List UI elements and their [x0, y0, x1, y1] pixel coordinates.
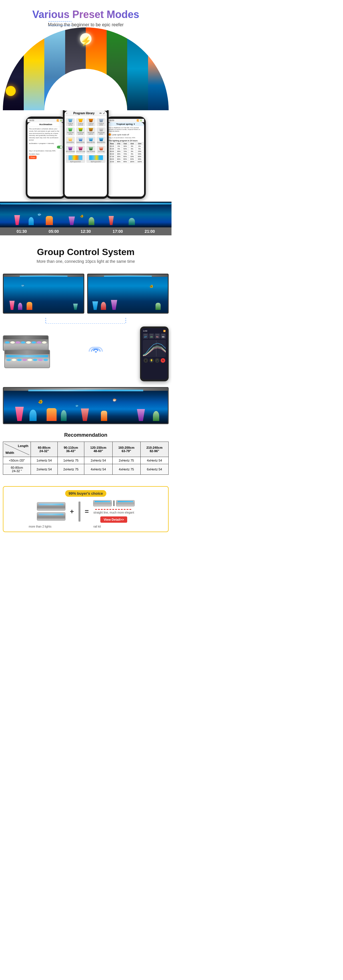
ctrl-icon-1[interactable]: 🌡: [144, 358, 148, 363]
tropical-spring-icon[interactable]: Tropical spring: [66, 118, 75, 126]
ctrl-chart: [143, 340, 166, 357]
cell-r2c1: 2xHertz 54: [31, 464, 58, 475]
aquarium-strip-section: 🐟 🐠 01:30 05:00 12:30 17:00 21:00: [0, 202, 171, 235]
ctrl-ch2[interactable]: Ch2 39: [149, 333, 154, 339]
ctrl-ch1[interactable]: Ch1 27: [143, 333, 148, 339]
special-row: SPS dominant LPS Soft coral Fish & plant…: [66, 146, 106, 154]
wifi-section: [51, 347, 140, 361]
night-panel: [3, 27, 24, 110]
back-arrow[interactable]: ‹: [66, 112, 67, 115]
view-detail-btn[interactable]: View Detail>>: [101, 516, 128, 523]
ctrl-ch4[interactable]: Ch4 55: [161, 333, 166, 339]
tank-photo: 🐟 🐠: [0, 202, 171, 228]
ctrl-phone: 1ch8 📶 Ch1 27 Ch2 39 Ch3 56 Ch4: [140, 326, 169, 381]
buyer-labels: more than 2 lights rail kit: [8, 525, 164, 528]
ctrl-icon-4[interactable]: ✎: [161, 358, 165, 363]
right-tank-visual: 🐠: [88, 275, 168, 313]
cell-r1c5: 4xHertz 54: [140, 457, 168, 464]
lighting-table: Time Ch1 Ch2 Ch3 Ch4 03:15 0% 30% 0%: [108, 142, 144, 163]
phone-tropical-spring: 18:53 📶 🔋 Tropical spring ▼ Sun in Maldi…: [106, 116, 146, 199]
temperate-spring-icon[interactable]: Temperate spring: [66, 127, 75, 135]
lps-soft-coral-icon[interactable]: LPS Soft coral: [76, 146, 85, 154]
ch4-value: 55: [161, 336, 166, 338]
temperate-autumn-icon[interactable]: Temperate autumn: [86, 127, 96, 135]
ctrl-icon-2[interactable]: 💡: [149, 358, 154, 363]
ch3-value: 56: [155, 336, 160, 338]
rec-row-2: 60-80cm24-32 " 2xHertz 54 2xHertz 75 4xH…: [3, 464, 169, 475]
myprogram2817-icon[interactable]: MyProgram2817: [86, 155, 106, 163]
time-1700: 17:00: [113, 229, 123, 234]
check-icon[interactable]: ✓: [103, 112, 105, 115]
fish-plants-icon[interactable]: Fish & plants: [86, 146, 96, 154]
big-fish-3: 🐡: [112, 398, 117, 402]
led-b2: [21, 341, 26, 344]
ctrl-phone-screen: 1ch8 📶 Ch1 27 Ch2 39 Ch3 56 Ch4: [141, 328, 168, 380]
lightning-icon: ⚡: [81, 36, 91, 46]
edit-icon[interactable]: ✏: [99, 112, 102, 115]
ctrl-icon-3[interactable]: 📱: [155, 358, 160, 363]
my-programs-row: MyProgram1813 MyProgram2817: [66, 155, 106, 163]
lt-coral-4: [73, 304, 78, 310]
ctrl-bottom-icons: 🌡 💡 📱 ✎: [143, 358, 166, 363]
kelvin-row: Kelvin@5m Kelvin@10m Kelvin@15m Kel: [66, 137, 106, 145]
time-right: 18:53: [109, 119, 114, 122]
ch1-0315: 0%: [115, 145, 122, 148]
led-w1: [10, 341, 15, 344]
big-fish-2: 🐟: [75, 404, 79, 407]
kelvin10m-icon[interactable]: Kelvin@10m: [76, 137, 85, 145]
time-bar: 01:30 05:00 12:30 17:00 21:00: [0, 228, 171, 235]
tropical-winter-icon[interactable]: Tropical winter: [97, 118, 106, 126]
ctrl-title: 1ch8: [143, 330, 147, 332]
acclim-formula: acclimation = program × intensity: [29, 142, 62, 145]
coral-6: [108, 216, 114, 225]
kelvin5m-icon[interactable]: Kelvin@5m: [66, 137, 75, 145]
result-bar: [93, 500, 135, 506]
rail-kit: [78, 501, 81, 522]
lunar-mode-text: Lunar cycle mode off: [112, 134, 129, 136]
temperate-winter-icon[interactable]: Temperate winter: [97, 127, 106, 135]
tropical-desc: Sun in Maldives on Feb 8th. For normal g…: [107, 126, 144, 133]
time-left: 18:53: [29, 119, 34, 122]
ctrl-ch3[interactable]: Ch3 56: [155, 333, 160, 339]
temperate-row: Temperate spring Temperate summer Temper…: [66, 127, 106, 135]
big-coral-2: [29, 410, 37, 421]
row-h1: <50cm /20": [3, 457, 31, 464]
led-f6: [33, 359, 38, 361]
fish-2: 🐠: [80, 215, 83, 218]
col-ch2: Ch2: [122, 143, 128, 145]
toggle-row: [29, 146, 62, 148]
red-cable: [95, 509, 132, 510]
cell-r1c4: 2xHertz 75: [112, 457, 140, 464]
myprogram1813-icon[interactable]: MyProgram1813: [66, 155, 85, 163]
cut-frag-icon[interactable]: Cut & frag: [97, 146, 106, 154]
connector-right-top: [49, 20, 97, 29]
led-f5: [27, 359, 32, 361]
temperate-summer-icon[interactable]: Temperate summer: [76, 127, 85, 135]
preset-modes-title: Various Preset Modes: [6, 9, 166, 21]
sps-dominant-icon[interactable]: SPS dominant: [66, 146, 75, 154]
led-p1: [16, 341, 20, 344]
kelvin20m-icon[interactable]: Kelvin@20m: [97, 137, 106, 145]
big-coral-4: [137, 409, 145, 421]
lunar-mode-row: Lunar cycle mode off: [107, 133, 144, 136]
coral-panel: [148, 27, 169, 110]
label-rail-kit: rail kit: [94, 525, 101, 528]
col-h1: 60-80cm24-32": [31, 442, 58, 457]
table-row: 03:15 0% 30% 0% 0%: [108, 145, 144, 148]
tropical-autumn-icon[interactable]: Tropical autumn: [86, 118, 96, 126]
kelvin15m-icon[interactable]: Kelvin@15m: [86, 137, 96, 145]
buyer-badge: 99% buyer's choice: [65, 490, 106, 497]
tropical-summer-icon[interactable]: Tropical summer: [76, 118, 85, 126]
lt-coral-1: [10, 301, 14, 310]
light-device-back: [3, 335, 49, 351]
dropdown-icon[interactable]: ▼: [133, 123, 135, 125]
toggle-switch[interactable]: [57, 146, 62, 148]
cell-r2c4: 4xHertz 75: [112, 464, 140, 475]
big-coral-6: [61, 410, 67, 421]
big-coral-7: [81, 409, 89, 421]
table-row: 06:30 30% 70% 5% 50%: [108, 153, 144, 155]
led-b1: [5, 341, 10, 344]
light-device-front: [4, 350, 50, 368]
corner-header: Length Width: [3, 442, 31, 457]
time-0130: 01:30: [17, 229, 27, 234]
